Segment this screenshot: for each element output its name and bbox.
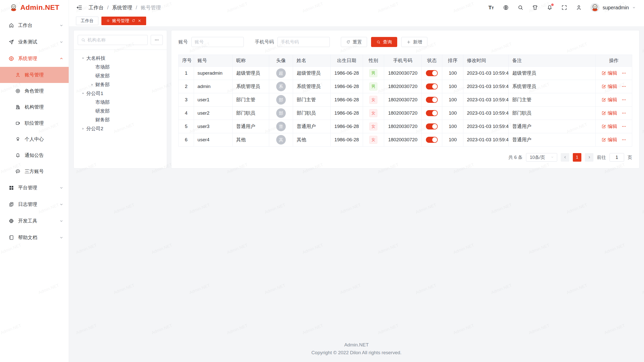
- position-icon: [15, 120, 21, 126]
- sidebar-item[interactable]: 帮助文档: [0, 229, 69, 246]
- sidebar-subitem-label: 通知公告: [25, 152, 44, 159]
- search-icon[interactable]: [517, 5, 524, 11]
- account-input[interactable]: [195, 39, 240, 45]
- notification-icon[interactable]: [547, 5, 553, 11]
- tab-dot-icon: [106, 19, 110, 23]
- edit-button[interactable]: 编辑: [601, 83, 617, 90]
- tree-caret-icon[interactable]: [80, 92, 86, 96]
- sidebar-subitem[interactable]: 三方账号: [0, 163, 69, 179]
- sidebar-item[interactable]: 工作台: [0, 17, 69, 34]
- row-more-button[interactable]: [621, 97, 626, 102]
- row-more-button[interactable]: [621, 84, 626, 89]
- status-toggle[interactable]: [426, 70, 438, 76]
- tree-node[interactable]: 财务部: [78, 80, 163, 89]
- status-toggle[interactable]: [426, 123, 438, 129]
- tree-caret-icon[interactable]: [89, 83, 95, 87]
- tab-refresh-icon[interactable]: [132, 19, 135, 23]
- fullscreen-icon[interactable]: [561, 5, 567, 11]
- language-icon[interactable]: [503, 5, 509, 11]
- reset-button[interactable]: 重置: [341, 37, 367, 47]
- theme-icon[interactable]: [532, 5, 538, 11]
- cell-status: [422, 107, 442, 120]
- page-number[interactable]: 1: [573, 153, 581, 162]
- search-button[interactable]: 查询: [371, 37, 397, 47]
- cell-sort: 100: [442, 67, 463, 80]
- org-search-input[interactable]: [88, 37, 144, 43]
- tab-close-icon[interactable]: [138, 19, 141, 23]
- tree-node[interactable]: 大名科技: [78, 54, 163, 63]
- sidebar-subitem-label: 职位管理: [25, 120, 44, 126]
- tab-active[interactable]: 账号管理: [101, 17, 146, 25]
- edit-button[interactable]: 编辑: [601, 70, 617, 76]
- tree-node[interactable]: 分公司2: [78, 124, 163, 133]
- cell-account: user1: [194, 93, 233, 107]
- edit-label: 编辑: [608, 83, 617, 90]
- gender-badge: 女: [369, 136, 377, 144]
- tree-caret-icon[interactable]: [80, 56, 86, 60]
- edit-button[interactable]: 编辑: [601, 97, 617, 103]
- status-toggle[interactable]: [426, 97, 438, 103]
- add-button[interactable]: 新增: [401, 37, 427, 47]
- sidebar-item[interactable]: 系统管理: [0, 50, 69, 67]
- edit-icon: [601, 84, 606, 89]
- tree-node[interactable]: 财务部: [78, 115, 163, 124]
- tree-node[interactable]: 研发部: [78, 107, 163, 115]
- bell-icon: [15, 153, 21, 158]
- sidebar-subitem[interactable]: 角色管理: [0, 83, 69, 99]
- sidebar-subitem[interactable]: 机构管理: [0, 99, 69, 115]
- breadcrumb-item[interactable]: 系统管理: [112, 4, 132, 11]
- cell-ops: 编辑: [596, 93, 632, 107]
- edit-button[interactable]: 编辑: [601, 123, 617, 130]
- edit-label: 编辑: [608, 97, 617, 103]
- page-size-select[interactable]: 10条/页: [526, 153, 557, 162]
- cell-sort: 100: [442, 80, 463, 93]
- prev-page-button[interactable]: [561, 153, 569, 162]
- sidebar-subitem[interactable]: 账号管理: [0, 67, 69, 83]
- edit-icon: [601, 98, 606, 102]
- menu-fold-icon[interactable]: [76, 4, 83, 11]
- column-header: 手机号码: [384, 55, 422, 67]
- tree-node[interactable]: 研发部: [78, 71, 163, 80]
- row-more-button[interactable]: [621, 111, 626, 116]
- sidebar-item[interactable]: 日志管理: [0, 196, 69, 213]
- sidebar-menu: 工作台业务测试系统管理账号管理角色管理机构管理职位管理个人中心通知公告三方账号平…: [0, 15, 69, 246]
- user-icon[interactable]: [576, 5, 582, 11]
- tab[interactable]: 工作台: [76, 17, 98, 25]
- status-toggle[interactable]: [426, 83, 438, 89]
- notification-badge: [551, 4, 554, 6]
- total-count: 共 6 条: [508, 154, 522, 160]
- row-more-button[interactable]: [621, 71, 626, 76]
- goto-page-input[interactable]: [610, 153, 624, 162]
- row-more-button[interactable]: [621, 137, 626, 142]
- sidebar-subitem[interactable]: 职位管理: [0, 115, 69, 131]
- chevron-down-icon: [59, 219, 64, 223]
- column-header: 账号: [194, 55, 233, 67]
- user-menu[interactable]: superadmin: [590, 3, 636, 12]
- cell-name: 部门主管: [293, 93, 331, 107]
- sidebar-item[interactable]: 业务测试: [0, 34, 69, 50]
- tree-caret-icon[interactable]: [80, 127, 86, 131]
- edit-button[interactable]: 编辑: [601, 110, 617, 116]
- sidebar-item[interactable]: 平台管理: [0, 179, 69, 196]
- tree-node[interactable]: 市场部: [78, 63, 163, 71]
- cell-account: user4: [194, 133, 233, 147]
- cell-avatar: 普: [269, 120, 293, 133]
- row-more-button[interactable]: [621, 124, 626, 129]
- font-size-icon[interactable]: TT: [488, 5, 494, 11]
- edit-icon: [601, 124, 606, 129]
- sidebar-item-label: 平台管理: [18, 185, 59, 191]
- status-toggle[interactable]: [426, 137, 438, 143]
- sidebar-subitem[interactable]: 个人中心: [0, 131, 69, 147]
- next-page-button[interactable]: [585, 153, 593, 162]
- tree-node[interactable]: 分公司1: [78, 89, 163, 98]
- sidebar-item[interactable]: 开发工具: [0, 213, 69, 229]
- sidebar-subitem[interactable]: 通知公告: [0, 147, 69, 163]
- tree-node[interactable]: 市场部: [78, 98, 163, 107]
- edit-button[interactable]: 编辑: [601, 137, 617, 143]
- status-toggle[interactable]: [426, 110, 438, 116]
- phone-input[interactable]: [281, 39, 327, 45]
- tree-more-button[interactable]: [151, 35, 163, 45]
- gender-badge: 女: [369, 122, 377, 130]
- breadcrumb-item[interactable]: 工作台: [89, 4, 104, 11]
- logo: Admin.NET: [0, 0, 69, 15]
